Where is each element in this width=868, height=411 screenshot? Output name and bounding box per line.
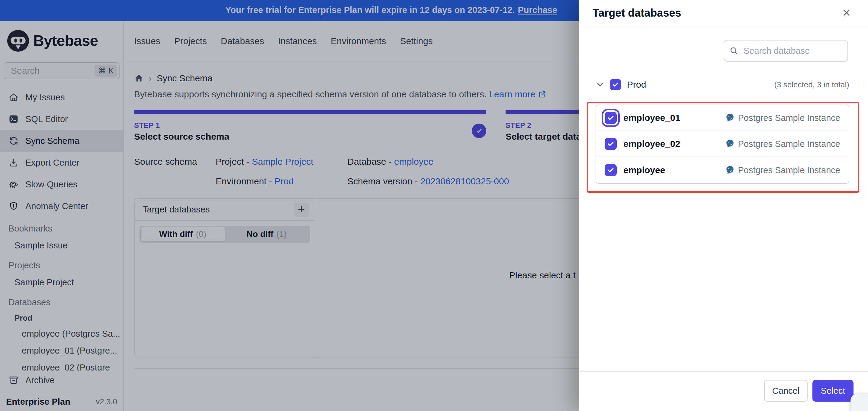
database-row-employee[interactable]: employee Postgres Sample Instance bbox=[596, 157, 849, 183]
instance-name: Postgres Sample Instance bbox=[738, 139, 840, 149]
modal-footer-divider bbox=[579, 371, 868, 372]
postgres-icon bbox=[725, 165, 735, 175]
group-name: Prod bbox=[627, 80, 646, 90]
close-icon[interactable]: ✕ bbox=[842, 7, 851, 19]
select-button[interactable]: Select bbox=[812, 380, 854, 402]
modal-header-divider bbox=[579, 27, 868, 27]
postgres-icon bbox=[725, 139, 735, 149]
instance-info: Postgres Sample Instance bbox=[725, 165, 840, 175]
modal-title: Target databases bbox=[593, 7, 681, 19]
help-widget[interactable] bbox=[850, 393, 868, 411]
row-checkbox[interactable] bbox=[604, 164, 617, 176]
database-name: employee_02 bbox=[623, 139, 680, 149]
row-checkbox[interactable] bbox=[604, 112, 617, 124]
instance-info: Postgres Sample Instance bbox=[725, 113, 840, 123]
group-checkbox[interactable] bbox=[610, 79, 621, 90]
database-row-employee-01[interactable]: employee_01 Postgres Sample Instance bbox=[596, 105, 849, 131]
modal-search bbox=[724, 40, 848, 62]
selection-summary: (3 selected, 3 in total) bbox=[774, 80, 849, 89]
chevron-down-icon[interactable] bbox=[596, 80, 604, 89]
database-name: employee bbox=[623, 165, 665, 175]
row-checkbox[interactable] bbox=[604, 138, 617, 150]
postgres-icon bbox=[725, 113, 735, 123]
environment-group-row: Prod (3 selected, 3 in total) bbox=[596, 76, 849, 93]
instance-name: Postgres Sample Instance bbox=[738, 165, 840, 175]
database-name: employee_01 bbox=[623, 113, 680, 123]
search-icon bbox=[729, 46, 739, 56]
instance-name: Postgres Sample Instance bbox=[738, 113, 840, 123]
cancel-button[interactable]: Cancel bbox=[764, 380, 808, 402]
modal-search-input[interactable] bbox=[724, 40, 848, 62]
database-select-list: employee_01 Postgres Sample Instance emp… bbox=[596, 105, 849, 184]
instance-info: Postgres Sample Instance bbox=[725, 139, 840, 149]
target-databases-modal: Target databases ✕ Prod (3 selected, 3 i… bbox=[579, 0, 868, 411]
database-row-employee-02[interactable]: employee_02 Postgres Sample Instance bbox=[596, 131, 849, 157]
